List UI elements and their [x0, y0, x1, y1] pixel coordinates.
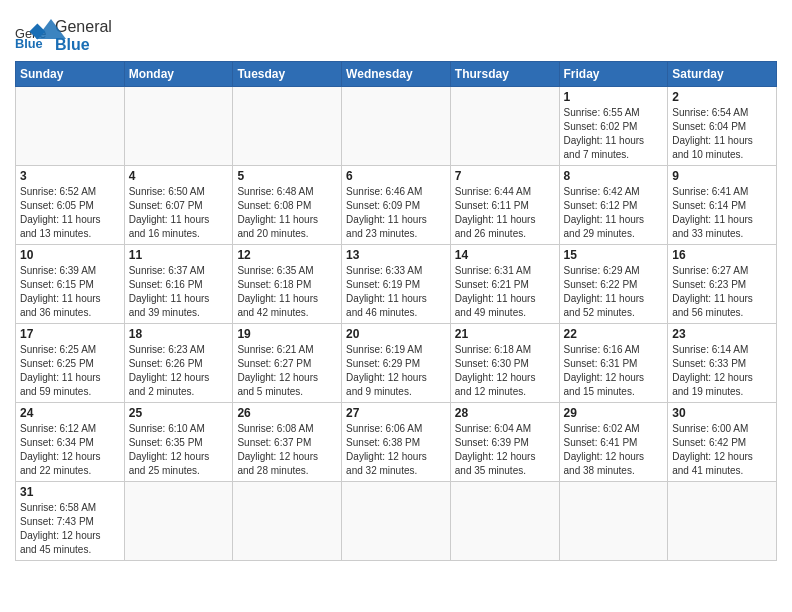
day-info: Sunrise: 6:02 AM Sunset: 6:41 PM Dayligh… — [564, 422, 664, 478]
calendar-cell: 19Sunrise: 6:21 AM Sunset: 6:27 PM Dayli… — [233, 324, 342, 403]
day-info: Sunrise: 6:04 AM Sunset: 6:39 PM Dayligh… — [455, 422, 555, 478]
calendar-cell: 8Sunrise: 6:42 AM Sunset: 6:12 PM Daylig… — [559, 166, 668, 245]
day-info: Sunrise: 6:23 AM Sunset: 6:26 PM Dayligh… — [129, 343, 229, 399]
day-info: Sunrise: 6:29 AM Sunset: 6:22 PM Dayligh… — [564, 264, 664, 320]
day-info: Sunrise: 6:37 AM Sunset: 6:16 PM Dayligh… — [129, 264, 229, 320]
day-number: 14 — [455, 248, 555, 262]
calendar-cell — [450, 87, 559, 166]
calendar-cell: 16Sunrise: 6:27 AM Sunset: 6:23 PM Dayli… — [668, 245, 777, 324]
day-number: 28 — [455, 406, 555, 420]
day-info: Sunrise: 6:08 AM Sunset: 6:37 PM Dayligh… — [237, 422, 337, 478]
weekday-header-tuesday: Tuesday — [233, 62, 342, 87]
calendar-cell — [124, 482, 233, 561]
day-info: Sunrise: 6:27 AM Sunset: 6:23 PM Dayligh… — [672, 264, 772, 320]
day-info: Sunrise: 6:39 AM Sunset: 6:15 PM Dayligh… — [20, 264, 120, 320]
calendar-cell: 1Sunrise: 6:55 AM Sunset: 6:02 PM Daylig… — [559, 87, 668, 166]
calendar-cell: 7Sunrise: 6:44 AM Sunset: 6:11 PM Daylig… — [450, 166, 559, 245]
calendar-cell: 31Sunrise: 6:58 AM Sunset: 7:43 PM Dayli… — [16, 482, 125, 561]
day-number: 26 — [237, 406, 337, 420]
day-number: 17 — [20, 327, 120, 341]
calendar-cell — [559, 482, 668, 561]
day-info: Sunrise: 6:50 AM Sunset: 6:07 PM Dayligh… — [129, 185, 229, 241]
weekday-header-row: SundayMondayTuesdayWednesdayThursdayFrid… — [16, 62, 777, 87]
calendar-cell — [450, 482, 559, 561]
day-info: Sunrise: 6:21 AM Sunset: 6:27 PM Dayligh… — [237, 343, 337, 399]
calendar-cell: 6Sunrise: 6:46 AM Sunset: 6:09 PM Daylig… — [342, 166, 451, 245]
calendar-cell: 21Sunrise: 6:18 AM Sunset: 6:30 PM Dayli… — [450, 324, 559, 403]
day-number: 7 — [455, 169, 555, 183]
calendar-cell: 4Sunrise: 6:50 AM Sunset: 6:07 PM Daylig… — [124, 166, 233, 245]
day-info: Sunrise: 6:46 AM Sunset: 6:09 PM Dayligh… — [346, 185, 446, 241]
day-info: Sunrise: 6:48 AM Sunset: 6:08 PM Dayligh… — [237, 185, 337, 241]
day-info: Sunrise: 6:25 AM Sunset: 6:25 PM Dayligh… — [20, 343, 120, 399]
day-info: Sunrise: 6:58 AM Sunset: 7:43 PM Dayligh… — [20, 501, 120, 557]
calendar-cell — [233, 482, 342, 561]
day-number: 4 — [129, 169, 229, 183]
day-number: 24 — [20, 406, 120, 420]
day-info: Sunrise: 6:35 AM Sunset: 6:18 PM Dayligh… — [237, 264, 337, 320]
calendar-cell: 5Sunrise: 6:48 AM Sunset: 6:08 PM Daylig… — [233, 166, 342, 245]
day-number: 20 — [346, 327, 446, 341]
day-info: Sunrise: 6:54 AM Sunset: 6:04 PM Dayligh… — [672, 106, 772, 162]
week-row-4: 17Sunrise: 6:25 AM Sunset: 6:25 PM Dayli… — [16, 324, 777, 403]
day-info: Sunrise: 6:06 AM Sunset: 6:38 PM Dayligh… — [346, 422, 446, 478]
calendar-cell: 22Sunrise: 6:16 AM Sunset: 6:31 PM Dayli… — [559, 324, 668, 403]
day-info: Sunrise: 6:00 AM Sunset: 6:42 PM Dayligh… — [672, 422, 772, 478]
day-number: 11 — [129, 248, 229, 262]
day-number: 8 — [564, 169, 664, 183]
day-info: Sunrise: 6:16 AM Sunset: 6:31 PM Dayligh… — [564, 343, 664, 399]
week-row-6: 31Sunrise: 6:58 AM Sunset: 7:43 PM Dayli… — [16, 482, 777, 561]
day-info: Sunrise: 6:14 AM Sunset: 6:33 PM Dayligh… — [672, 343, 772, 399]
calendar-cell: 28Sunrise: 6:04 AM Sunset: 6:39 PM Dayli… — [450, 403, 559, 482]
day-number: 30 — [672, 406, 772, 420]
day-info: Sunrise: 6:31 AM Sunset: 6:21 PM Dayligh… — [455, 264, 555, 320]
calendar-cell: 15Sunrise: 6:29 AM Sunset: 6:22 PM Dayli… — [559, 245, 668, 324]
day-number: 10 — [20, 248, 120, 262]
day-number: 13 — [346, 248, 446, 262]
calendar-cell — [233, 87, 342, 166]
calendar-cell: 25Sunrise: 6:10 AM Sunset: 6:35 PM Dayli… — [124, 403, 233, 482]
calendar-cell — [668, 482, 777, 561]
day-number: 22 — [564, 327, 664, 341]
calendar-cell: 17Sunrise: 6:25 AM Sunset: 6:25 PM Dayli… — [16, 324, 125, 403]
day-number: 6 — [346, 169, 446, 183]
week-row-1: 1Sunrise: 6:55 AM Sunset: 6:02 PM Daylig… — [16, 87, 777, 166]
day-info: Sunrise: 6:33 AM Sunset: 6:19 PM Dayligh… — [346, 264, 446, 320]
day-info: Sunrise: 6:19 AM Sunset: 6:29 PM Dayligh… — [346, 343, 446, 399]
calendar-cell: 20Sunrise: 6:19 AM Sunset: 6:29 PM Dayli… — [342, 324, 451, 403]
calendar-cell: 27Sunrise: 6:06 AM Sunset: 6:38 PM Dayli… — [342, 403, 451, 482]
day-number: 25 — [129, 406, 229, 420]
day-number: 19 — [237, 327, 337, 341]
day-number: 2 — [672, 90, 772, 104]
day-number: 18 — [129, 327, 229, 341]
weekday-header-sunday: Sunday — [16, 62, 125, 87]
day-number: 29 — [564, 406, 664, 420]
calendar-cell: 3Sunrise: 6:52 AM Sunset: 6:05 PM Daylig… — [16, 166, 125, 245]
day-number: 5 — [237, 169, 337, 183]
weekday-header-thursday: Thursday — [450, 62, 559, 87]
calendar-cell — [342, 87, 451, 166]
day-number: 31 — [20, 485, 120, 499]
day-info: Sunrise: 6:44 AM Sunset: 6:11 PM Dayligh… — [455, 185, 555, 241]
day-info: Sunrise: 6:41 AM Sunset: 6:14 PM Dayligh… — [672, 185, 772, 241]
day-number: 3 — [20, 169, 120, 183]
page-header: General Blue General Blue — [15, 10, 777, 53]
logo-triangle — [36, 19, 66, 47]
day-info: Sunrise: 6:52 AM Sunset: 6:05 PM Dayligh… — [20, 185, 120, 241]
calendar-cell: 30Sunrise: 6:00 AM Sunset: 6:42 PM Dayli… — [668, 403, 777, 482]
week-row-3: 10Sunrise: 6:39 AM Sunset: 6:15 PM Dayli… — [16, 245, 777, 324]
calendar-cell: 9Sunrise: 6:41 AM Sunset: 6:14 PM Daylig… — [668, 166, 777, 245]
day-info: Sunrise: 6:42 AM Sunset: 6:12 PM Dayligh… — [564, 185, 664, 241]
logo: General Blue General Blue — [15, 18, 66, 53]
day-number: 12 — [237, 248, 337, 262]
week-row-2: 3Sunrise: 6:52 AM Sunset: 6:05 PM Daylig… — [16, 166, 777, 245]
calendar-cell: 29Sunrise: 6:02 AM Sunset: 6:41 PM Dayli… — [559, 403, 668, 482]
calendar-cell: 24Sunrise: 6:12 AM Sunset: 6:34 PM Dayli… — [16, 403, 125, 482]
calendar-cell: 14Sunrise: 6:31 AM Sunset: 6:21 PM Dayli… — [450, 245, 559, 324]
weekday-header-friday: Friday — [559, 62, 668, 87]
calendar-cell: 2Sunrise: 6:54 AM Sunset: 6:04 PM Daylig… — [668, 87, 777, 166]
day-number: 21 — [455, 327, 555, 341]
weekday-header-saturday: Saturday — [668, 62, 777, 87]
calendar-cell: 12Sunrise: 6:35 AM Sunset: 6:18 PM Dayli… — [233, 245, 342, 324]
day-number: 27 — [346, 406, 446, 420]
